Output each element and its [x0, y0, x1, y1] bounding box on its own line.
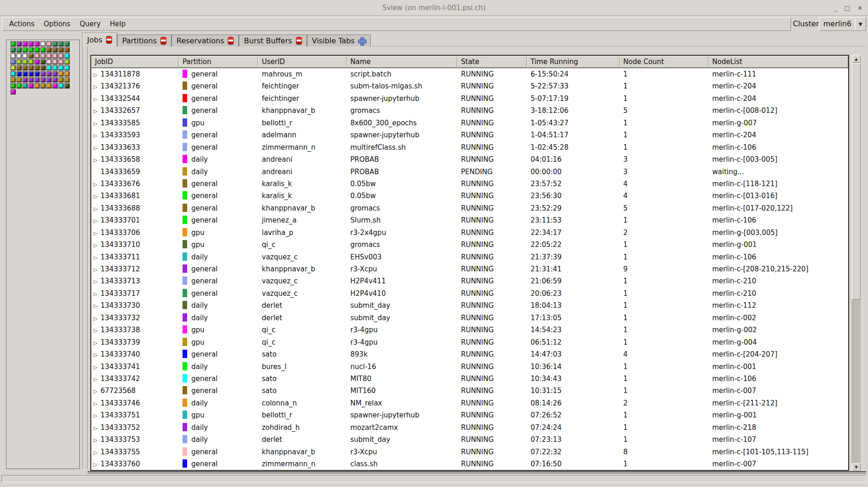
node-square[interactable]: [35, 53, 40, 59]
node-square[interactable]: [23, 65, 28, 70]
node-square[interactable]: [59, 71, 64, 76]
maximize-button[interactable]: □: [844, 5, 850, 12]
table-row[interactable]: ▷134333688 general khanppnavar_b gromacs…: [91, 202, 848, 214]
node-square[interactable]: [17, 65, 22, 70]
node-square[interactable]: [47, 65, 52, 70]
table-row[interactable]: ▷134333713 general vazquez_c H2P4v411 RU…: [91, 275, 848, 287]
chevron-down-icon[interactable]: ▼: [855, 18, 865, 30]
node-square[interactable]: [59, 53, 64, 59]
close-button[interactable]: ✕: [857, 5, 862, 12]
table-row[interactable]: ▷134333741 daily bures_l nucl-16 RUNNING…: [91, 361, 848, 373]
node-square[interactable]: [11, 71, 16, 76]
table-row[interactable]: ▷134333701 general jimenez_a Slurm.sh RU…: [91, 214, 848, 226]
row-expander-icon[interactable]: ▷: [94, 228, 100, 239]
node-square[interactable]: [65, 47, 70, 53]
table-row[interactable]: ▷134333593 general adelmann spawner-jupy…: [91, 129, 848, 141]
row-expander-icon[interactable]: ▷: [94, 81, 100, 92]
node-square[interactable]: [35, 77, 40, 82]
table-row[interactable]: ▷134333752 daily zohdirad_h mozart2camx …: [91, 422, 848, 434]
column-header[interactable]: Time Running: [527, 56, 620, 68]
node-square[interactable]: [53, 47, 58, 53]
table-row[interactable]: ▷134333681 general karalis_k 0.05bw RUNN…: [91, 190, 848, 202]
table-row[interactable]: ▷134333751 gpu bellotti_r spawner-jupyte…: [91, 409, 848, 421]
node-square[interactable]: [29, 53, 34, 59]
row-expander-icon[interactable]: ▷: [94, 191, 100, 202]
scroll-down-icon[interactable]: ▼: [852, 463, 861, 471]
scroll-up-icon[interactable]: ▲: [852, 55, 861, 63]
table-row[interactable]: ▷134333746 daily colonna_n NM_relax RUNN…: [91, 397, 848, 409]
row-expander-icon[interactable]: ▷: [94, 252, 100, 263]
table-row[interactable]: ▷134333732 daily derlet submit_day RUNNI…: [91, 312, 848, 324]
node-square[interactable]: [59, 59, 64, 65]
table-row[interactable]: ▷134333585 gpu bellotti_r 8x600_300_epoc…: [91, 117, 848, 129]
row-expander-icon[interactable]: ▷: [94, 300, 100, 311]
row-expander-icon[interactable]: ▷: [94, 130, 100, 141]
menu-item[interactable]: Query: [75, 18, 106, 30]
node-square[interactable]: [11, 41, 16, 47]
node-square[interactable]: [53, 71, 58, 76]
row-expander-icon[interactable]: ▷: [94, 337, 100, 348]
node-square[interactable]: [65, 77, 70, 82]
node-square[interactable]: [29, 41, 34, 47]
node-square[interactable]: [41, 65, 46, 70]
node-square[interactable]: [11, 77, 16, 82]
node-square[interactable]: [11, 83, 16, 88]
table-row[interactable]: ▷134333739 gpu qi_c r3-4gpu RUNNING 06:5…: [91, 336, 848, 348]
menu-item[interactable]: Actions: [5, 18, 39, 30]
table-row[interactable]: ▷134333730 daily derlet submit_day RUNNI…: [91, 299, 848, 311]
tab[interactable]: Visible Tabs: [307, 35, 371, 47]
node-square[interactable]: [47, 41, 52, 47]
node-square[interactable]: [47, 59, 52, 65]
row-expander-icon[interactable]: ▷: [94, 386, 100, 397]
table-row[interactable]: ▷67723568 general sato MIT160 RUNNING 10…: [91, 385, 848, 397]
pane-splitter[interactable]: [82, 40, 83, 469]
row-expander-icon[interactable]: ▷: [94, 398, 100, 409]
row-expander-icon[interactable]: ▷: [94, 447, 100, 458]
table-row[interactable]: ▷134333658 daily andreani PROBAB RUNNING…: [91, 153, 848, 165]
table-row[interactable]: ▷134321376 general feichtinger subm-talo…: [91, 80, 848, 92]
node-square[interactable]: [41, 71, 46, 76]
node-square[interactable]: [47, 83, 52, 88]
row-expander-icon[interactable]: ▷: [94, 142, 100, 153]
node-square[interactable]: [65, 65, 70, 70]
row-expander-icon[interactable]: ▷: [94, 276, 100, 287]
node-square[interactable]: [35, 65, 40, 70]
row-expander-icon[interactable]: ▷: [94, 325, 100, 336]
node-square[interactable]: [47, 53, 52, 59]
node-square[interactable]: [41, 59, 46, 65]
row-expander-icon[interactable]: ▷: [94, 313, 100, 324]
column-header[interactable]: State: [457, 56, 527, 68]
tab-toggle-icon[interactable]: [106, 36, 112, 44]
node-square[interactable]: [47, 47, 52, 53]
table-row[interactable]: ▷134333740 general sato 893k RUNNING 14:…: [91, 348, 848, 360]
row-expander-icon[interactable]: ▷: [94, 349, 100, 360]
row-expander-icon[interactable]: ▷: [94, 106, 100, 117]
node-square[interactable]: [59, 47, 64, 53]
row-expander-icon[interactable]: ▷: [94, 215, 100, 226]
node-square[interactable]: [23, 83, 28, 88]
row-expander-icon[interactable]: ▷: [94, 422, 100, 434]
node-square[interactable]: [41, 77, 46, 82]
node-square[interactable]: [23, 41, 28, 47]
table-row[interactable]: ▷134333676 general karalis_k 0.05bw RUNN…: [91, 178, 848, 190]
table-row[interactable]: ▷134333659 daily andreani PROBAB PENDING…: [91, 166, 848, 178]
node-square[interactable]: [17, 77, 22, 82]
node-square[interactable]: [23, 71, 28, 76]
table-row[interactable]: ▷134333633 general zimmermann_n multiref…: [91, 141, 848, 153]
node-square[interactable]: [53, 77, 58, 82]
node-square[interactable]: [53, 53, 58, 59]
column-header[interactable]: UserID: [258, 56, 347, 68]
table-row[interactable]: ▷134333753 daily derlet submit_day RUNNI…: [91, 434, 848, 446]
node-square[interactable]: [23, 47, 28, 53]
node-square[interactable]: [35, 47, 40, 53]
node-square[interactable]: [53, 83, 58, 88]
node-square[interactable]: [35, 83, 40, 88]
tab-toggle-icon[interactable]: [358, 37, 366, 45]
node-square[interactable]: [29, 47, 34, 53]
node-square[interactable]: [65, 41, 70, 47]
table-row[interactable]: ▷134311878 general mahrous_m script.batc…: [91, 68, 848, 80]
row-expander-icon[interactable]: ▷: [94, 240, 100, 251]
table-row[interactable]: ▷134332657 general khanppnavar_b gromacs…: [91, 105, 848, 117]
node-square[interactable]: [17, 71, 22, 76]
node-square[interactable]: [41, 47, 46, 53]
